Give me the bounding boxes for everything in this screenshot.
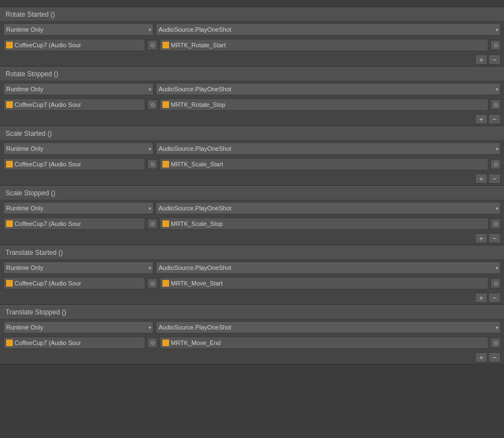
events-header <box>0 0 504 7</box>
event-group-translate-stopped: Translate Stopped ()Runtime OnlyAudioSou… <box>0 305 504 365</box>
method-select-scale-started[interactable]: AudioSource.PlayOneShot <box>156 142 501 155</box>
remove-btn-translate-stopped[interactable]: − <box>488 352 501 362</box>
add-btn-translate-stopped[interactable]: + <box>475 352 487 362</box>
event-runtime-row-scale-started: Runtime OnlyAudioSource.PlayOneShot <box>0 141 504 156</box>
add-remove-row-rotate-stopped: +− <box>0 112 504 126</box>
runtime-select-wrapper-scale-stopped[interactable]: Runtime Only <box>3 202 154 214</box>
object-settings-btn-scale-started[interactable]: ⚙ <box>147 159 157 169</box>
function-field-scale-started[interactable]: MRTK_Scale_Start <box>160 158 488 170</box>
function-text-scale-started: MRTK_Scale_Start <box>171 161 223 168</box>
event-group-header-scale-stopped: Scale Stopped () <box>0 186 504 200</box>
object-icon-rotate-started <box>6 42 13 48</box>
event-group-rotate-stopped: Rotate Stopped ()Runtime OnlyAudioSource… <box>0 67 504 126</box>
add-btn-scale-started[interactable]: + <box>475 174 487 184</box>
object-text-rotate-started: CoffeeCup7 (Audio Sour <box>14 42 81 48</box>
object-icon-scale-stopped <box>6 220 13 227</box>
object-icon-rotate-stopped <box>6 101 13 108</box>
object-settings-btn-rotate-started[interactable]: ⚙ <box>147 40 157 50</box>
event-group-header-translate-stopped: Translate Stopped () <box>0 305 504 319</box>
remove-btn-rotate-stopped[interactable]: − <box>488 114 501 124</box>
object-icon-scale-started <box>6 161 13 168</box>
event-object-row-translate-started: CoffeeCup7 (Audio Sour⚙MRTK_Move_Start⚙ <box>0 275 504 291</box>
event-group-translate-started: Translate Started ()Runtime OnlyAudioSou… <box>0 245 504 305</box>
method-select-rotate-started[interactable]: AudioSource.PlayOneShot <box>156 23 501 36</box>
runtime-select-scale-started[interactable]: Runtime Only <box>3 142 154 155</box>
add-remove-row-scale-stopped: +− <box>0 232 504 245</box>
function-field-rotate-stopped[interactable]: MRTK_Rotate_Stop <box>160 99 488 111</box>
runtime-select-rotate-stopped[interactable]: Runtime Only <box>3 83 154 95</box>
runtime-select-rotate-started[interactable]: Runtime Only <box>3 23 154 36</box>
method-select-wrapper-scale-stopped[interactable]: AudioSource.PlayOneShot <box>156 202 501 214</box>
remove-btn-scale-started[interactable]: − <box>488 174 501 184</box>
add-remove-row-rotate-started: +− <box>0 53 504 66</box>
runtime-select-wrapper-scale-started[interactable]: Runtime Only <box>3 142 154 155</box>
method-select-translate-started[interactable]: AudioSource.PlayOneShot <box>156 262 501 274</box>
function-text-rotate-started: MRTK_Rotate_Start <box>171 42 226 48</box>
object-settings-btn-translate-stopped[interactable]: ⚙ <box>147 338 157 348</box>
function-field-translate-started[interactable]: MRTK_Move_Start <box>160 277 488 289</box>
runtime-select-translate-started[interactable]: Runtime Only <box>3 262 154 274</box>
method-select-wrapper-rotate-started[interactable]: AudioSource.PlayOneShot <box>156 23 501 36</box>
function-settings-btn-translate-started[interactable]: ⚙ <box>491 278 501 288</box>
runtime-select-wrapper-rotate-stopped[interactable]: Runtime Only <box>3 83 154 95</box>
object-icon-translate-started <box>6 280 13 287</box>
function-field-rotate-started[interactable]: MRTK_Rotate_Start <box>160 39 488 51</box>
method-select-wrapper-rotate-stopped[interactable]: AudioSource.PlayOneShot <box>156 83 501 95</box>
object-text-scale-stopped: CoffeeCup7 (Audio Sour <box>14 220 81 227</box>
add-btn-translate-started[interactable]: + <box>475 293 487 303</box>
add-btn-rotate-started[interactable]: + <box>475 55 487 65</box>
remove-btn-scale-stopped[interactable]: − <box>488 233 501 243</box>
function-settings-btn-translate-stopped[interactable]: ⚙ <box>491 338 501 348</box>
function-field-translate-stopped[interactable]: MRTK_Move_End <box>160 337 488 349</box>
object-settings-btn-translate-started[interactable]: ⚙ <box>147 278 157 288</box>
remove-btn-translate-started[interactable]: − <box>488 293 501 303</box>
event-group-header-rotate-stopped: Rotate Stopped () <box>0 67 504 81</box>
object-field-rotate-started[interactable]: CoffeeCup7 (Audio Sour <box>3 39 145 51</box>
runtime-select-wrapper-translate-stopped[interactable]: Runtime Only <box>3 321 154 333</box>
events-panel: Rotate Started ()Runtime OnlyAudioSource… <box>0 0 504 365</box>
object-field-rotate-stopped[interactable]: CoffeeCup7 (Audio Sour <box>3 99 145 111</box>
add-btn-scale-stopped[interactable]: + <box>475 233 487 243</box>
object-settings-btn-rotate-stopped[interactable]: ⚙ <box>147 100 157 110</box>
function-icon-translate-stopped <box>162 339 169 346</box>
object-field-translate-stopped[interactable]: CoffeeCup7 (Audio Sour <box>3 337 145 349</box>
object-icon-translate-stopped <box>6 339 13 346</box>
method-select-translate-stopped[interactable]: AudioSource.PlayOneShot <box>156 321 501 333</box>
method-select-wrapper-translate-started[interactable]: AudioSource.PlayOneShot <box>156 262 501 274</box>
event-group-header-rotate-started: Rotate Started () <box>0 7 504 22</box>
add-remove-row-translate-started: +− <box>0 291 504 304</box>
method-select-wrapper-scale-started[interactable]: AudioSource.PlayOneShot <box>156 142 501 155</box>
method-select-scale-stopped[interactable]: AudioSource.PlayOneShot <box>156 202 501 214</box>
event-group-header-translate-started: Translate Started () <box>0 245 504 260</box>
remove-btn-rotate-started[interactable]: − <box>488 55 501 65</box>
add-btn-rotate-stopped[interactable]: + <box>475 114 487 124</box>
runtime-select-wrapper-translate-started[interactable]: Runtime Only <box>3 262 154 274</box>
object-settings-btn-scale-stopped[interactable]: ⚙ <box>147 219 157 229</box>
function-settings-btn-rotate-started[interactable]: ⚙ <box>491 40 501 50</box>
event-group-rotate-started: Rotate Started ()Runtime OnlyAudioSource… <box>0 7 504 67</box>
add-remove-row-scale-started: +− <box>0 172 504 185</box>
function-settings-btn-rotate-stopped[interactable]: ⚙ <box>491 100 501 110</box>
event-runtime-row-rotate-stopped: Runtime OnlyAudioSource.PlayOneShot <box>0 81 504 97</box>
function-icon-translate-started <box>162 280 169 287</box>
runtime-select-translate-stopped[interactable]: Runtime Only <box>3 321 154 333</box>
runtime-select-scale-stopped[interactable]: Runtime Only <box>3 202 154 214</box>
method-select-wrapper-translate-stopped[interactable]: AudioSource.PlayOneShot <box>156 321 501 333</box>
object-field-translate-started[interactable]: CoffeeCup7 (Audio Sour <box>3 277 145 289</box>
object-text-translate-started: CoffeeCup7 (Audio Sour <box>14 280 81 287</box>
function-text-scale-stopped: MRTK_Scale_Stop <box>171 220 223 227</box>
add-remove-row-translate-stopped: +− <box>0 351 504 364</box>
event-runtime-row-translate-stopped: Runtime OnlyAudioSource.PlayOneShot <box>0 319 504 335</box>
function-field-scale-stopped[interactable]: MRTK_Scale_Stop <box>160 218 488 230</box>
runtime-select-wrapper-rotate-started[interactable]: Runtime Only <box>3 23 154 36</box>
event-object-row-rotate-stopped: CoffeeCup7 (Audio Sour⚙MRTK_Rotate_Stop⚙ <box>0 97 504 112</box>
event-group-scale-stopped: Scale Stopped ()Runtime OnlyAudioSource.… <box>0 186 504 245</box>
object-field-scale-stopped[interactable]: CoffeeCup7 (Audio Sour <box>3 218 145 230</box>
method-select-rotate-stopped[interactable]: AudioSource.PlayOneShot <box>156 83 501 95</box>
function-settings-btn-scale-stopped[interactable]: ⚙ <box>491 219 501 229</box>
object-field-scale-started[interactable]: CoffeeCup7 (Audio Sour <box>3 158 145 170</box>
function-settings-btn-scale-started[interactable]: ⚙ <box>491 159 501 169</box>
event-runtime-row-translate-started: Runtime OnlyAudioSource.PlayOneShot <box>0 260 504 275</box>
object-text-scale-started: CoffeeCup7 (Audio Sour <box>14 161 81 168</box>
events-container: Rotate Started ()Runtime OnlyAudioSource… <box>0 7 504 365</box>
